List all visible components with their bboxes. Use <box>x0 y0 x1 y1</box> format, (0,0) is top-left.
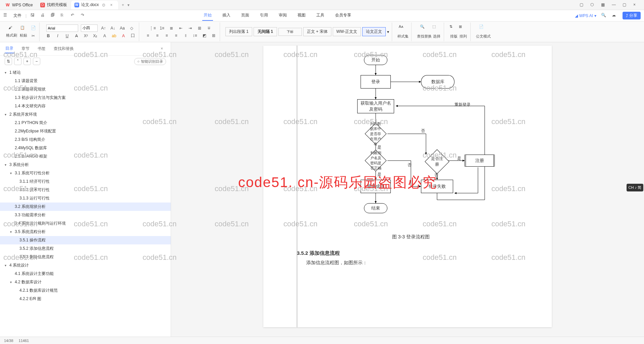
outline-item[interactable]: 3.2 系统现状分析 <box>0 203 171 211</box>
cut-icon[interactable]: ✂ <box>30 33 37 39</box>
align-left-icon[interactable]: ≡ <box>145 32 151 39</box>
app-icon-1[interactable]: ▢ <box>580 2 585 8</box>
save-icon[interactable]: 🖫 <box>31 13 37 19</box>
outline-item[interactable]: ▾3.1 系统可行性分析 <box>0 169 171 177</box>
caret-icon[interactable]: ▾ <box>5 113 6 116</box>
panel-tab-chapter[interactable]: 章节 <box>21 45 30 53</box>
panel-tab-find[interactable]: 查找和替换 <box>53 45 74 53</box>
ime-badge[interactable]: CH ♪ 简 <box>627 184 644 191</box>
outline-item[interactable]: 2.1 PYTHON 简介 <box>0 119 171 127</box>
clear-format-icon[interactable]: ◇ <box>128 25 135 32</box>
menu-tab-start[interactable]: 开始 <box>202 10 213 21</box>
case-icon[interactable]: Aa <box>119 25 126 32</box>
app-icon-3[interactable]: ▦ <box>601 2 606 8</box>
caret-icon[interactable]: ▾ <box>10 230 12 234</box>
distribute-icon[interactable]: ⫴ <box>182 32 189 39</box>
outline-item[interactable]: 3.3 功能需求分析 <box>0 211 171 219</box>
bullet-list-icon[interactable]: ⋮≡ <box>149 25 156 32</box>
outline-item[interactable]: ▾3 系统分析 <box>0 161 171 169</box>
outline-item[interactable]: 3.1.2 技术可行性 <box>0 186 171 194</box>
caret-icon[interactable]: ▾ <box>5 71 6 74</box>
menu-tab-review[interactable]: 审阅 <box>277 10 288 21</box>
tab-icon[interactable]: ⊞ <box>196 25 203 32</box>
align-right-icon[interactable]: ≡ <box>163 32 170 39</box>
status-page[interactable]: 14/38 <box>4 339 13 343</box>
caret-icon[interactable]: ▾ <box>10 280 12 284</box>
style-item[interactable]: 列出段落 1 <box>225 27 252 36</box>
format-brush-button[interactable]: 🖌格式刷 <box>6 25 17 38</box>
outline-item[interactable]: 2.5 DJANGO 框架 <box>0 152 171 161</box>
outline-item[interactable]: 3.1.3 运行可行性 <box>0 194 171 203</box>
search-icon[interactable]: 🔍 <box>601 13 607 19</box>
style-item[interactable]: 无间隔 1 <box>254 27 277 36</box>
outline-item[interactable]: 1.4 本文研究内容 <box>0 102 171 110</box>
menu-icon[interactable]: ☰ <box>3 13 9 19</box>
sort-layout-button[interactable]: ⇅排版 <box>449 24 458 39</box>
export-icon[interactable]: ⎘ <box>61 13 67 19</box>
close-icon[interactable]: × <box>633 2 639 8</box>
print-icon[interactable]: 🖨 <box>41 13 47 19</box>
panel-tab-bookmark[interactable]: 书签 <box>37 45 46 53</box>
style-item[interactable]: 正文 + 宋体 <box>303 27 331 36</box>
superscript-icon[interactable]: X² <box>83 33 89 39</box>
outline-item[interactable]: 4.2.2 E/R 图 <box>0 295 171 303</box>
panel-tab-toc[interactable]: 目录 <box>5 44 14 53</box>
outline-item[interactable]: 1.1 课题背景 <box>0 77 171 85</box>
collapse-icon[interactable]: ⇅ <box>5 58 12 65</box>
status-words[interactable]: 11461 <box>19 339 29 343</box>
outline-item[interactable]: 4.2.1 数据库设计规范 <box>0 286 171 295</box>
arrange-button[interactable]: ⊞排列 <box>459 24 468 39</box>
cloud-icon[interactable]: ☁ <box>612 13 618 19</box>
tab-menu-icon[interactable]: ▾ <box>127 3 129 7</box>
outline-item[interactable]: ▾3.5 系统流程分析 <box>0 228 171 236</box>
outline-item[interactable]: 2.4MySQL 数据库 <box>0 144 171 152</box>
menu-tab-page[interactable]: 页面 <box>240 10 251 21</box>
style-item[interactable]: WW-正文文 <box>333 27 361 36</box>
style-item-active[interactable]: 论文正文 <box>362 27 386 36</box>
indent-dec-icon[interactable]: ⇤ <box>177 25 184 32</box>
panel-close-icon[interactable]: × <box>161 46 166 52</box>
wps-ai-button[interactable]: ◢ WPS AI ▾ <box>575 13 596 18</box>
outline-item[interactable]: 3.5.3 删除信息流程 <box>0 253 171 261</box>
highlight-icon[interactable]: ab <box>111 33 117 39</box>
font-name-select[interactable] <box>46 24 78 32</box>
smart-outline-button[interactable]: ○ 智能识别目录 <box>134 58 166 65</box>
menu-tab-tools[interactable]: 工具 <box>315 10 326 21</box>
preview-icon[interactable]: 🗐 <box>51 13 57 19</box>
minimize-icon[interactable]: — <box>612 2 617 8</box>
style-item[interactable]: 下标 <box>278 28 302 36</box>
outline-item[interactable]: ▾2 系统开发环境 <box>0 110 171 119</box>
shading-icon[interactable]: ◩ <box>201 32 208 39</box>
multi-list-icon[interactable]: ≣ <box>168 25 175 32</box>
outline-item[interactable]: 2.3 B/S 结构简介 <box>0 135 171 144</box>
outline-item[interactable]: 4.1 系统设计主要功能 <box>0 270 171 278</box>
grow-font-icon[interactable]: A↑ <box>100 25 107 32</box>
font-size-select[interactable] <box>81 24 98 32</box>
paste-button[interactable]: 📋粘贴 <box>20 25 27 38</box>
outline-item[interactable]: 3.5.2 添加信息流程 <box>0 244 171 253</box>
bold-icon[interactable]: B <box>45 33 52 39</box>
outline-item[interactable]: 1.3 初步设计方法与实施方案 <box>0 94 171 102</box>
file-menu[interactable]: 文件 <box>13 13 21 18</box>
caret-icon[interactable]: ▾ <box>10 171 12 175</box>
official-mode-button[interactable]: 📄公文模式 <box>476 24 491 39</box>
number-list-icon[interactable]: 1≡ <box>159 25 165 32</box>
new-tab-button[interactable]: + <box>119 3 127 7</box>
tab-wps-office[interactable]: W WPS Office <box>2 1 36 9</box>
align-justify-icon[interactable]: ≡ <box>173 32 179 39</box>
char-border-icon[interactable]: 囗 <box>129 33 136 39</box>
style-more-icon[interactable]: ▾ <box>387 30 389 34</box>
outline-item[interactable]: 3.1.1 经济可行性 <box>0 177 171 186</box>
subscript-icon[interactable]: X₂ <box>92 33 99 39</box>
tab-document[interactable]: W 论文.docx ⊙ × <box>71 1 118 9</box>
outline-item[interactable]: ▾4.2 数据库设计 <box>0 278 171 286</box>
underline-icon[interactable]: U <box>64 33 70 39</box>
outline-item[interactable]: 2.2MyEclipse 环境配置 <box>0 127 171 135</box>
strike-icon[interactable]: A̶ <box>73 33 80 39</box>
document-area[interactable]: code51. cn-源码乐园盗图必究 <box>171 42 644 337</box>
close-tab-icon[interactable]: × <box>110 3 115 7</box>
indent-inc-icon[interactable]: ⇥ <box>187 25 194 32</box>
find-replace-button[interactable]: 🔍查找替换 <box>417 24 432 39</box>
pin-icon[interactable]: ⊙ <box>102 3 107 7</box>
redo-icon[interactable]: ↷ <box>81 13 87 19</box>
